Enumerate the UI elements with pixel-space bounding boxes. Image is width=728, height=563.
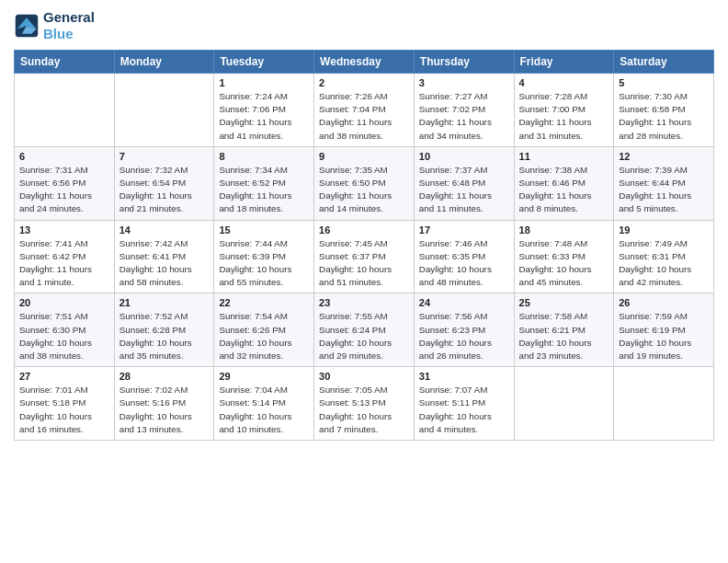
calendar-week-2: 6Sunrise: 7:31 AMSunset: 6:56 PMDaylight…	[15, 146, 714, 220]
day-number: 11	[519, 151, 609, 162]
day-number: 3	[419, 77, 509, 88]
day-number: 15	[219, 224, 309, 236]
calendar-cell: 27Sunrise: 7:01 AMSunset: 5:18 PMDayligh…	[15, 367, 115, 441]
day-info: Sunrise: 7:41 AMSunset: 6:42 PMDaylight:…	[19, 237, 109, 290]
day-info: Sunrise: 7:35 AMSunset: 6:50 PMDaylight:…	[319, 164, 409, 216]
day-number: 14	[119, 224, 210, 236]
calendar-cell: 13Sunrise: 7:41 AMSunset: 6:42 PMDayligh…	[15, 220, 115, 293]
weekday-header-sunday: Sunday	[15, 51, 115, 74]
day-info: Sunrise: 7:49 AMSunset: 6:31 PMDaylight:…	[619, 237, 709, 290]
calendar-cell: 14Sunrise: 7:42 AMSunset: 6:41 PMDayligh…	[114, 220, 214, 293]
day-number: 30	[319, 371, 409, 382]
day-number: 4	[519, 77, 609, 88]
day-info: Sunrise: 7:44 AMSunset: 6:39 PMDaylight:…	[219, 237, 309, 290]
day-info: Sunrise: 7:01 AMSunset: 5:18 PMDaylight:…	[19, 384, 109, 436]
day-number: 2	[319, 77, 409, 88]
calendar-cell: 28Sunrise: 7:02 AMSunset: 5:16 PMDayligh…	[114, 367, 214, 441]
day-info: Sunrise: 7:46 AMSunset: 6:35 PMDaylight:…	[419, 237, 509, 290]
day-number: 12	[619, 151, 709, 162]
calendar-cell: 7Sunrise: 7:32 AMSunset: 6:54 PMDaylight…	[114, 146, 214, 220]
day-info: Sunrise: 7:24 AMSunset: 7:06 PMDaylight:…	[219, 90, 309, 143]
day-info: Sunrise: 7:04 AMSunset: 5:14 PMDaylight:…	[219, 384, 309, 436]
day-number: 21	[119, 297, 210, 308]
calendar-cell: 24Sunrise: 7:56 AMSunset: 6:23 PMDayligh…	[414, 293, 514, 367]
calendar-cell: 30Sunrise: 7:05 AMSunset: 5:13 PMDayligh…	[314, 367, 415, 441]
day-info: Sunrise: 7:48 AMSunset: 6:33 PMDaylight:…	[519, 237, 609, 290]
calendar-cell: 9Sunrise: 7:35 AMSunset: 6:50 PMDaylight…	[314, 146, 415, 220]
day-info: Sunrise: 7:52 AMSunset: 6:28 PMDaylight:…	[119, 310, 210, 362]
weekday-header-monday: Monday	[114, 51, 214, 74]
calendar-cell	[114, 74, 214, 147]
day-info: Sunrise: 7:39 AMSunset: 6:44 PMDaylight:…	[619, 164, 709, 216]
page: General Blue SundayMondayTuesdayWednesda…	[0, 0, 728, 563]
header: General Blue	[14, 9, 714, 42]
logo: General Blue	[14, 9, 95, 42]
calendar-cell: 11Sunrise: 7:38 AMSunset: 6:46 PMDayligh…	[514, 146, 614, 220]
calendar-cell	[614, 367, 714, 441]
logo-icon	[14, 13, 40, 39]
day-number: 28	[119, 371, 210, 382]
calendar-week-5: 27Sunrise: 7:01 AMSunset: 5:18 PMDayligh…	[15, 367, 714, 441]
calendar-cell	[15, 74, 115, 147]
day-number: 24	[419, 297, 509, 308]
calendar-cell: 21Sunrise: 7:52 AMSunset: 6:28 PMDayligh…	[114, 293, 214, 367]
day-number: 22	[219, 297, 309, 308]
calendar-header-row: SundayMondayTuesdayWednesdayThursdayFrid…	[15, 51, 714, 74]
calendar-cell: 23Sunrise: 7:55 AMSunset: 6:24 PMDayligh…	[314, 293, 415, 367]
calendar-cell	[514, 367, 614, 441]
day-number: 7	[119, 151, 210, 162]
day-info: Sunrise: 7:55 AMSunset: 6:24 PMDaylight:…	[319, 310, 409, 362]
day-number: 17	[419, 224, 509, 236]
day-number: 31	[419, 371, 509, 382]
calendar-week-1: 1Sunrise: 7:24 AMSunset: 7:06 PMDaylight…	[15, 74, 714, 147]
day-info: Sunrise: 7:30 AMSunset: 6:58 PMDaylight:…	[619, 90, 709, 143]
day-number: 19	[619, 224, 709, 236]
day-info: Sunrise: 7:59 AMSunset: 6:19 PMDaylight:…	[619, 310, 709, 362]
day-number: 16	[319, 224, 409, 236]
calendar-cell: 29Sunrise: 7:04 AMSunset: 5:14 PMDayligh…	[214, 367, 314, 441]
calendar-cell: 2Sunrise: 7:26 AMSunset: 7:04 PMDaylight…	[314, 74, 415, 147]
day-number: 1	[219, 77, 309, 88]
day-info: Sunrise: 7:27 AMSunset: 7:02 PMDaylight:…	[419, 90, 509, 143]
day-info: Sunrise: 7:34 AMSunset: 6:52 PMDaylight:…	[219, 164, 309, 216]
calendar-cell: 10Sunrise: 7:37 AMSunset: 6:48 PMDayligh…	[414, 146, 514, 220]
day-number: 10	[419, 151, 509, 162]
weekday-header-tuesday: Tuesday	[214, 51, 314, 74]
calendar-week-4: 20Sunrise: 7:51 AMSunset: 6:30 PMDayligh…	[15, 293, 714, 367]
day-info: Sunrise: 7:38 AMSunset: 6:46 PMDaylight:…	[519, 164, 609, 216]
calendar-cell: 1Sunrise: 7:24 AMSunset: 7:06 PMDaylight…	[214, 74, 314, 147]
day-number: 13	[19, 224, 109, 236]
calendar-cell: 26Sunrise: 7:59 AMSunset: 6:19 PMDayligh…	[614, 293, 714, 367]
calendar-cell: 8Sunrise: 7:34 AMSunset: 6:52 PMDaylight…	[214, 146, 314, 220]
day-number: 26	[619, 297, 709, 308]
day-number: 5	[619, 77, 709, 88]
calendar-cell: 12Sunrise: 7:39 AMSunset: 6:44 PMDayligh…	[614, 146, 714, 220]
day-info: Sunrise: 7:58 AMSunset: 6:21 PMDaylight:…	[519, 310, 609, 362]
calendar-table: SundayMondayTuesdayWednesdayThursdayFrid…	[14, 50, 714, 441]
calendar-cell: 25Sunrise: 7:58 AMSunset: 6:21 PMDayligh…	[514, 293, 614, 367]
logo-text: General Blue	[43, 9, 95, 42]
calendar-cell: 22Sunrise: 7:54 AMSunset: 6:26 PMDayligh…	[214, 293, 314, 367]
calendar-cell: 18Sunrise: 7:48 AMSunset: 6:33 PMDayligh…	[514, 220, 614, 293]
day-number: 23	[319, 297, 409, 308]
day-number: 6	[19, 151, 109, 162]
day-number: 20	[19, 297, 109, 308]
day-number: 29	[219, 371, 309, 382]
calendar-cell: 31Sunrise: 7:07 AMSunset: 5:11 PMDayligh…	[414, 367, 514, 441]
weekday-header-friday: Friday	[514, 51, 614, 74]
day-info: Sunrise: 7:32 AMSunset: 6:54 PMDaylight:…	[119, 164, 210, 216]
day-info: Sunrise: 7:02 AMSunset: 5:16 PMDaylight:…	[119, 384, 210, 436]
day-info: Sunrise: 7:51 AMSunset: 6:30 PMDaylight:…	[19, 310, 109, 362]
weekday-header-saturday: Saturday	[614, 51, 714, 74]
calendar-cell: 3Sunrise: 7:27 AMSunset: 7:02 PMDaylight…	[414, 74, 514, 147]
day-number: 9	[319, 151, 409, 162]
calendar-cell: 19Sunrise: 7:49 AMSunset: 6:31 PMDayligh…	[614, 220, 714, 293]
day-number: 18	[519, 224, 609, 236]
day-info: Sunrise: 7:45 AMSunset: 6:37 PMDaylight:…	[319, 237, 409, 290]
calendar-cell: 15Sunrise: 7:44 AMSunset: 6:39 PMDayligh…	[214, 220, 314, 293]
day-number: 8	[219, 151, 309, 162]
day-info: Sunrise: 7:26 AMSunset: 7:04 PMDaylight:…	[319, 90, 409, 143]
day-info: Sunrise: 7:05 AMSunset: 5:13 PMDaylight:…	[319, 384, 409, 436]
calendar-week-3: 13Sunrise: 7:41 AMSunset: 6:42 PMDayligh…	[15, 220, 714, 293]
day-info: Sunrise: 7:42 AMSunset: 6:41 PMDaylight:…	[119, 237, 210, 290]
